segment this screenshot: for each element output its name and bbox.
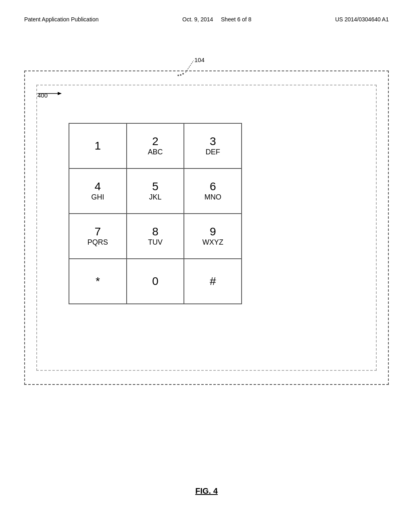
- figure-label: FIG. 4: [0, 486, 413, 496]
- cell-5-letters: JKL: [149, 193, 161, 202]
- cell-4-letters: GHI: [91, 193, 104, 202]
- header-sheet: Sheet 6 of 8: [221, 16, 252, 23]
- cell-2-number: 2: [152, 135, 159, 148]
- header-patent-number: US 2014/0304640 A1: [335, 16, 389, 23]
- cell-3-number: 3: [210, 135, 216, 148]
- keypad: 1 2 ABC 3 DEF 4 GHI 5 JKL 6 MNO: [69, 123, 242, 304]
- cell-9-number: 9: [210, 226, 216, 238]
- cell-7-letters: PQRS: [88, 238, 108, 247]
- keypad-cell-5: 5 JKL: [127, 169, 185, 213]
- keypad-row-4: * 0 #: [69, 259, 241, 303]
- keypad-cell-9: 9 WXYZ: [184, 214, 241, 258]
- cell-8-letters: TUV: [148, 238, 163, 247]
- keypad-cell-star: *: [69, 259, 127, 303]
- cell-0-number: 0: [152, 275, 159, 288]
- keypad-row-1: 1 2 ABC 3 DEF: [69, 124, 241, 169]
- keypad-cell-3: 3 DEF: [184, 124, 241, 168]
- cell-3-letters: DEF: [206, 148, 220, 157]
- keypad-cell-hash: #: [184, 259, 241, 303]
- keypad-cell-6: 6 MNO: [184, 169, 241, 213]
- header-publication-label: Patent Application Publication: [24, 16, 98, 23]
- svg-text:104: 104: [194, 56, 204, 63]
- cell-7-number: 7: [95, 226, 101, 238]
- keypad-row-3: 7 PQRS 8 TUV 9 WXYZ: [69, 214, 241, 259]
- cell-star-number: *: [96, 275, 100, 288]
- keypad-cell-4: 4 GHI: [69, 169, 127, 213]
- header: Patent Application Publication Oct. 9, 2…: [24, 16, 389, 23]
- header-date: Oct. 9, 2014: [182, 16, 213, 23]
- cell-6-number: 6: [210, 181, 216, 193]
- cell-9-letters: WXYZ: [202, 238, 223, 247]
- cell-hash-number: #: [210, 275, 216, 288]
- keypad-cell-2: 2 ABC: [127, 124, 185, 168]
- cell-6-letters: MNO: [204, 193, 221, 202]
- cell-8-number: 8: [152, 226, 159, 238]
- keypad-cell-1: 1: [69, 124, 127, 168]
- cell-1-number: 1: [95, 140, 101, 152]
- keypad-cell-0: 0: [127, 259, 185, 303]
- cell-4-number: 4: [95, 181, 101, 193]
- page: Patent Application Publication Oct. 9, 2…: [0, 0, 413, 532]
- keypad-cell-8: 8 TUV: [127, 214, 185, 258]
- keypad-cell-7: 7 PQRS: [69, 214, 127, 258]
- keypad-row-2: 4 GHI 5 JKL 6 MNO: [69, 169, 241, 214]
- header-date-sheet: Oct. 9, 2014 Sheet 6 of 8: [182, 16, 251, 23]
- cell-2-letters: ABC: [148, 148, 163, 157]
- cell-5-number: 5: [152, 181, 159, 193]
